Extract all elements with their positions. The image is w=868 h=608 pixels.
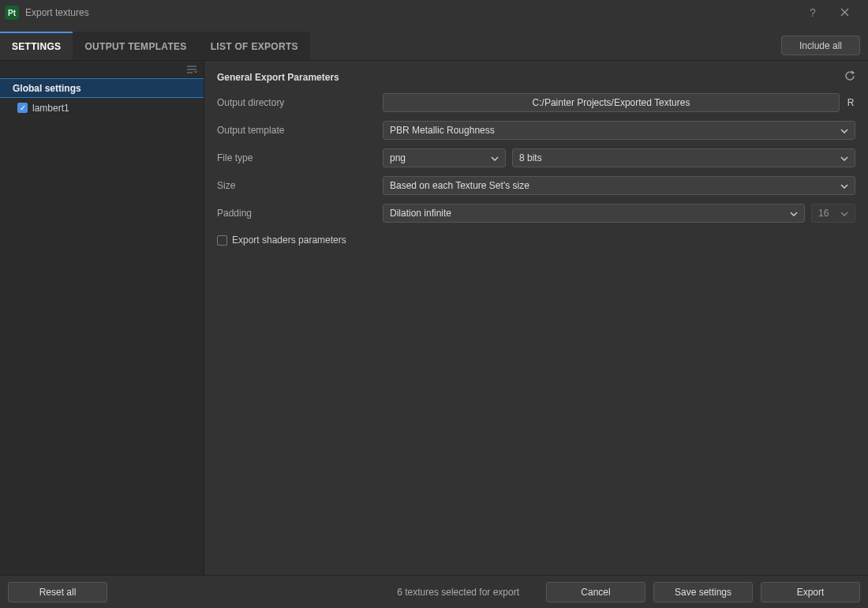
form: Output directory C:/Painter Projects/Exp… <box>204 93 868 246</box>
file-type-dropdown[interactable]: png <box>383 148 506 167</box>
label-size: Size <box>217 180 383 191</box>
row-output-template: Output template PBR Metallic Roughness <box>217 121 855 140</box>
close-icon <box>840 6 849 19</box>
export-button[interactable]: Export <box>761 582 860 602</box>
tab-list-of-exports[interactable]: LIST OF EXPORTS <box>199 32 310 60</box>
export-shaders-label: Export shaders parameters <box>232 235 346 246</box>
row-padding: Padding Dilation infinite 16 <box>217 204 855 223</box>
output-directory-value: C:/Painter Projects/Exported Textures <box>390 97 832 108</box>
save-settings-button[interactable]: Save settings <box>653 582 753 602</box>
row-export-shaders: Export shaders parameters <box>217 231 855 246</box>
row-file-type: File type png 8 bits <box>217 148 855 167</box>
output-directory-reset-button[interactable]: R <box>846 97 855 108</box>
padding-value: Dilation infinite <box>390 208 451 219</box>
chevron-down-icon <box>491 152 499 163</box>
padding-dropdown[interactable]: Dilation infinite <box>383 204 805 223</box>
chevron-down-icon <box>840 125 848 136</box>
chevron-down-icon <box>790 208 798 219</box>
row-output-directory: Output directory C:/Painter Projects/Exp… <box>217 93 855 112</box>
help-button[interactable]: ? <box>797 0 829 25</box>
chevron-down-icon <box>840 152 848 163</box>
include-all-button[interactable]: Include all <box>781 36 860 55</box>
sidebar: Global settings ✓ lambert1 <box>0 61 204 575</box>
reset-section-icon[interactable] <box>844 70 855 84</box>
bit-depth-value: 8 bits <box>519 152 542 163</box>
tab-bar-row: SETTINGS OUTPUT TEMPLATES LIST OF EXPORT… <box>0 25 868 60</box>
size-value: Based on each Texture Set's size <box>390 180 529 191</box>
chevron-down-icon <box>840 208 848 219</box>
close-button[interactable] <box>829 0 860 25</box>
section-title: General Export Parameters <box>217 72 844 83</box>
sidebar-global-settings[interactable]: Global settings <box>0 78 204 98</box>
row-size: Size Based on each Texture Set's size <box>217 176 855 195</box>
output-template-dropdown[interactable]: PBR Metallic Roughness <box>383 121 855 140</box>
list-options-icon[interactable] <box>186 65 197 74</box>
tab-settings[interactable]: SETTINGS <box>0 32 73 60</box>
output-directory-field[interactable]: C:/Painter Projects/Exported Textures <box>383 93 840 112</box>
cancel-button[interactable]: Cancel <box>546 582 645 602</box>
tab-output-templates[interactable]: OUTPUT TEMPLATES <box>73 32 198 60</box>
tab-bar: SETTINGS OUTPUT TEMPLATES LIST OF EXPORT… <box>0 32 781 60</box>
export-shaders-checkbox[interactable]: Export shaders parameters <box>217 235 346 246</box>
label-file-type: File type <box>217 152 383 163</box>
checkbox-unchecked-icon <box>217 235 227 246</box>
label-output-template: Output template <box>217 125 383 136</box>
checkbox-checked-icon[interactable]: ✓ <box>17 103 28 113</box>
app-icon: Pt <box>5 6 19 20</box>
padding-amount-value: 16 <box>818 208 829 219</box>
sidebar-toolstrip <box>0 61 204 78</box>
sidebar-texture-set-item[interactable]: ✓ lambert1 <box>0 98 204 118</box>
sidebar-item-label: lambert1 <box>32 103 69 114</box>
bit-depth-dropdown[interactable]: 8 bits <box>512 148 855 167</box>
reset-all-button[interactable]: Reset all <box>8 582 107 602</box>
bottom-bar: Reset all 6 textures selected for export… <box>0 575 868 608</box>
file-type-value: png <box>390 152 406 163</box>
title-bar: Pt Export textures ? <box>0 0 868 25</box>
output-template-value: PBR Metallic Roughness <box>390 125 495 136</box>
help-icon: ? <box>810 6 816 19</box>
main-panel: General Export Parameters Output directo… <box>204 61 868 575</box>
label-output-directory: Output directory <box>217 97 383 108</box>
status-text: 6 textures selected for export <box>397 587 519 598</box>
content-area: Global settings ✓ lambert1 General Expor… <box>0 60 868 575</box>
chevron-down-icon <box>840 180 848 191</box>
size-dropdown[interactable]: Based on each Texture Set's size <box>383 176 855 195</box>
window-title: Export textures <box>25 7 89 18</box>
label-padding: Padding <box>217 208 383 219</box>
padding-amount-dropdown: 16 <box>811 204 855 223</box>
